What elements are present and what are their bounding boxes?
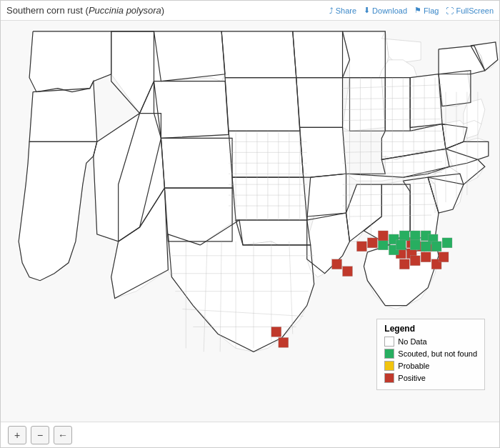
svg-rect-114 bbox=[410, 240, 420, 250]
zoom-in-icon: + bbox=[14, 429, 20, 441]
share-icon: ⤴ bbox=[329, 6, 334, 15]
svg-marker-19 bbox=[296, 78, 343, 128]
svg-rect-109 bbox=[410, 231, 420, 241]
legend-swatch-scouted bbox=[384, 349, 394, 359]
back-button[interactable]: ← bbox=[54, 426, 72, 444]
svg-rect-121 bbox=[378, 231, 388, 241]
legend-item-positive: Positive bbox=[384, 373, 477, 383]
legend-item-probable: Probable bbox=[384, 361, 477, 371]
svg-rect-113 bbox=[396, 240, 406, 250]
page-title: Southern corn rust (Puccinia polysora) bbox=[6, 5, 164, 16]
legend-swatch-positive bbox=[384, 373, 394, 383]
zoom-out-icon: − bbox=[37, 429, 43, 441]
svg-rect-122 bbox=[442, 238, 452, 248]
download-button[interactable]: ⬇ Download bbox=[364, 6, 407, 15]
svg-rect-123 bbox=[421, 242, 431, 252]
svg-marker-12 bbox=[221, 31, 296, 78]
header: Southern corn rust (Puccinia polysora) ⤴… bbox=[1, 1, 499, 21]
svg-marker-7 bbox=[154, 81, 229, 139]
legend-item-no-data: No Data bbox=[384, 337, 477, 347]
svg-marker-27 bbox=[381, 78, 410, 131]
legend: Legend No Data Scouted, but not found Pr… bbox=[376, 319, 485, 390]
back-icon: ← bbox=[58, 429, 68, 441]
svg-marker-16 bbox=[236, 220, 311, 245]
flag-icon: ⚑ bbox=[414, 6, 421, 15]
svg-rect-106 bbox=[378, 240, 388, 250]
svg-marker-14 bbox=[229, 131, 304, 177]
legend-title: Legend bbox=[384, 324, 477, 334]
svg-rect-119 bbox=[356, 242, 366, 252]
svg-rect-105 bbox=[279, 337, 289, 347]
share-button[interactable]: ⤴ Share bbox=[329, 6, 356, 15]
svg-rect-118 bbox=[439, 252, 449, 262]
svg-marker-15 bbox=[232, 177, 307, 220]
legend-item-scouted: Scouted, but not found bbox=[384, 349, 477, 359]
svg-rect-120 bbox=[367, 238, 377, 248]
svg-rect-104 bbox=[271, 327, 281, 337]
svg-marker-39 bbox=[439, 71, 471, 106]
fullscreen-icon: ⛶ bbox=[446, 6, 454, 15]
svg-marker-26 bbox=[343, 78, 386, 131]
svg-rect-101 bbox=[399, 259, 409, 269]
download-icon: ⬇ bbox=[364, 6, 370, 15]
svg-marker-8 bbox=[161, 138, 232, 188]
footer: + − ← bbox=[1, 422, 499, 447]
svg-rect-116 bbox=[410, 256, 420, 266]
svg-marker-28 bbox=[410, 74, 442, 128]
zoom-out-button[interactable]: − bbox=[31, 426, 49, 444]
zoom-in-button[interactable]: + bbox=[8, 426, 26, 444]
fullscreen-button[interactable]: ⛶ FullScreen bbox=[446, 6, 494, 15]
app-container: Southern corn rust (Puccinia polysora) ⤴… bbox=[0, 0, 500, 448]
svg-rect-108 bbox=[399, 231, 409, 241]
svg-rect-102 bbox=[332, 259, 342, 269]
svg-rect-103 bbox=[343, 267, 353, 277]
legend-swatch-probable bbox=[384, 361, 394, 371]
flag-button[interactable]: ⚑ Flag bbox=[414, 6, 439, 15]
toolbar: ⤴ Share ⬇ Download ⚑ Flag ⛶ FullScreen bbox=[329, 6, 494, 15]
svg-marker-13 bbox=[225, 78, 300, 131]
svg-rect-115 bbox=[431, 242, 441, 252]
svg-marker-18 bbox=[293, 31, 350, 78]
legend-swatch-no-data bbox=[384, 337, 394, 347]
svg-rect-100 bbox=[421, 252, 431, 262]
